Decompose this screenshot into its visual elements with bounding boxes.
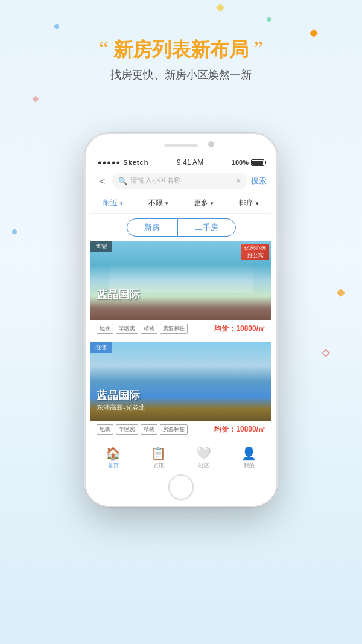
decor-diamond-4: [337, 289, 345, 297]
phone-screen: ●●●●● Sketch 9:41 AM 100% ＜ 🔍 请输入小区名称 ✕ …: [91, 156, 272, 474]
card-tags-2: 地铁 学区房 精装 房源标签: [97, 424, 188, 435]
home-button[interactable]: [168, 474, 194, 500]
nav-profile-label: 我的: [244, 462, 255, 470]
profile-icon: 👤: [241, 446, 256, 461]
decor-dot-3: [267, 17, 272, 22]
back-button[interactable]: ＜: [95, 174, 109, 188]
tag-subway: 地铁: [97, 324, 113, 334]
nav-home[interactable]: 🏠 首页: [91, 446, 136, 470]
nav-community[interactable]: 🤍 社区: [181, 446, 226, 470]
phone-frame: ●●●●● Sketch 9:41 AM 100% ＜ 🔍 请输入小区名称 ✕ …: [84, 133, 278, 507]
phone-camera: [208, 141, 214, 147]
status-time: 9:41 AM: [177, 158, 203, 167]
card-name-1: 蓝晶国际: [97, 287, 140, 302]
search-placeholder: 请输入小区名称: [130, 176, 232, 186]
card-image-2: 在售 蓝晶国际 东湖高新-光谷北: [91, 342, 272, 421]
decor-diamond-3: [216, 4, 224, 12]
decor-diamond-2: [32, 95, 39, 102]
property-card-2[interactable]: 在售 蓝晶国际 东湖高新-光谷北 地铁 学区房 精装 房源标签 均价：10800…: [91, 342, 272, 438]
phone-speaker: [165, 144, 198, 147]
quote-open: “: [99, 36, 109, 62]
search-button[interactable]: 搜索: [251, 176, 267, 187]
status-right: 100%: [232, 159, 264, 166]
search-bar[interactable]: ＜ 🔍 请输入小区名称 ✕ 搜索: [91, 169, 272, 193]
news-icon: 📋: [151, 446, 166, 461]
card-info-1: 地铁 学区房 精装 房源标签 均价：10800/㎡: [91, 320, 272, 337]
property-type-toggle: 新房 二手房: [91, 214, 272, 241]
nav-profile[interactable]: 👤 我的: [226, 446, 272, 470]
promo-subtitle: 找房更快、新房小区焕然一新: [0, 68, 362, 82]
decor-dot-1: [54, 24, 59, 29]
quote-close: ”: [253, 36, 263, 62]
nav-home-label: 首页: [108, 462, 119, 470]
search-input-wrapper[interactable]: 🔍 请输入小区名称 ✕: [112, 173, 247, 189]
filter-bar: 附近 ▾ 不限 ▾ 更多 ▾ 排序 ▾: [91, 193, 272, 214]
filter-more[interactable]: 更多 ▾: [181, 193, 226, 213]
card-tags-1: 地铁 学区房 精装 房源标签: [97, 324, 188, 334]
on-sale-badge: 在售: [91, 342, 112, 353]
decor-dot-2: [12, 229, 17, 234]
battery-label: 100%: [232, 159, 249, 166]
decor-diamond-5: [322, 349, 330, 357]
filter-sort[interactable]: 排序 ▾: [226, 193, 272, 213]
filter-nearby[interactable]: 附近 ▾: [91, 193, 136, 213]
tag-decor-2: 精装: [141, 424, 157, 435]
card-subtitle-2: 东湖高新-光谷北: [97, 403, 145, 412]
nav-news[interactable]: 📋 资讯: [136, 446, 181, 470]
search-icon: 🔍: [118, 177, 127, 185]
clear-icon[interactable]: ✕: [235, 177, 241, 185]
carrier-text: ●●●●● Sketch: [98, 159, 148, 166]
tag-source: 房源标签: [160, 324, 188, 334]
filter-unlimited[interactable]: 不限 ▾: [136, 193, 181, 213]
home-icon: 🏠: [106, 446, 121, 461]
nav-community-label: 社区: [198, 462, 209, 470]
tag-decor: 精装: [141, 324, 157, 334]
bottom-nav: 🏠 首页 📋 资讯 🤍 社区 👤 我的: [91, 441, 272, 474]
tag-school-2: 学区房: [116, 424, 138, 435]
tag-school: 学区房: [116, 324, 138, 334]
card-price-1: 均价：10800/㎡: [214, 324, 265, 334]
nav-news-label: 资讯: [153, 462, 164, 470]
card-image-1: 售完 亿房心选 好公寓 蓝晶国际: [91, 241, 272, 320]
card-name-2: 蓝晶国际: [97, 388, 140, 403]
status-bar: ●●●●● Sketch 9:41 AM 100%: [91, 156, 272, 169]
property-card-1[interactable]: 售完 亿房心选 好公寓 蓝晶国际 地铁 学区房 精装 房源标签 均价：10800…: [91, 241, 272, 337]
battery-icon: [251, 159, 264, 166]
second-hand-button[interactable]: 二手房: [177, 218, 236, 237]
recommend-badge: 亿房心选 好公寓: [241, 244, 269, 260]
card-info-2: 地铁 学区房 精装 房源标签 均价：10800/㎡: [91, 421, 272, 438]
tag-subway-2: 地铁: [97, 424, 113, 435]
heart-icon: 🤍: [196, 446, 211, 461]
card-price-2: 均价：10800/㎡: [214, 424, 265, 435]
promo-title: 新房列表新布局: [113, 37, 249, 63]
tag-source-2: 房源标签: [160, 424, 188, 435]
promo-area: “ 新房列表新布局 ” 找房更快、新房小区焕然一新: [0, 36, 362, 82]
new-house-button[interactable]: 新房: [127, 218, 177, 237]
sold-badge: 售完: [91, 241, 112, 252]
